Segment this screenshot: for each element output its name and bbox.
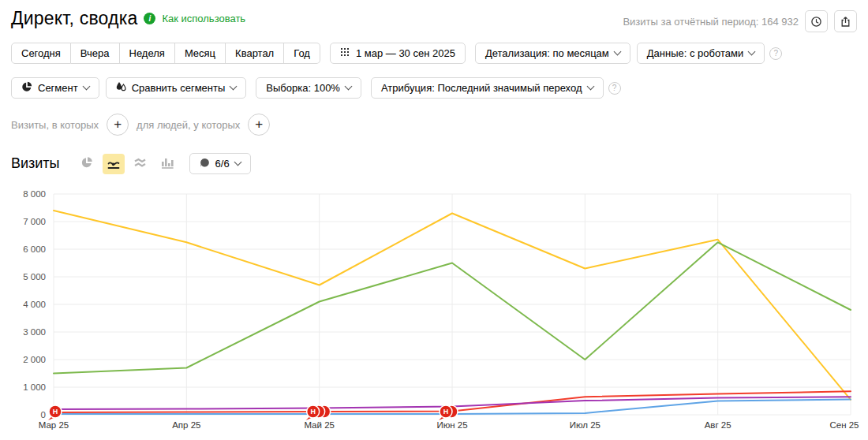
visits-condition-label: Визиты, в которых <box>11 119 99 131</box>
x-axis-label: Май 25 <box>304 420 335 430</box>
y-axis-label: 5 000 <box>23 272 46 282</box>
chevron-down-icon <box>82 83 90 91</box>
chart-type-area-button[interactable] <box>129 154 152 174</box>
line-chart-icon <box>107 156 121 172</box>
annotation-marker-label: Н <box>310 408 316 416</box>
chevron-down-icon <box>234 158 241 166</box>
y-axis-label: 2 000 <box>23 355 46 364</box>
y-axis-label: 4 000 <box>23 300 46 309</box>
annotations-count-label: 6/6 <box>215 158 230 170</box>
chevron-down-icon <box>613 48 621 56</box>
droplets-icon <box>116 81 126 95</box>
visits-period-summary: Визиты за отчётный период: 164 932 <box>623 16 799 28</box>
segment-label: Сегмент <box>38 82 78 94</box>
y-axis-label: 8 000 <box>23 189 46 199</box>
period-year-button[interactable]: Год <box>284 43 320 64</box>
chevron-down-icon <box>748 48 756 56</box>
visits-chart-container: 01 0002 0003 0004 0005 0006 0007 0008 00… <box>0 185 868 440</box>
detalization-dropdown[interactable]: Детализация: по месяцам <box>475 43 630 64</box>
stacked-area-icon <box>133 156 147 171</box>
chart-type-pie-button[interactable] <box>76 154 98 174</box>
add-visit-filter-button[interactable]: + <box>107 114 129 136</box>
sampling-dropdown[interactable]: Выборка: 100% <box>256 77 361 99</box>
add-people-filter-button[interactable]: + <box>248 114 270 136</box>
segment-dropdown[interactable]: Сегмент <box>11 77 99 99</box>
x-axis-label: Авг 25 <box>705 420 731 430</box>
metric-bar: Визиты <box>0 153 868 174</box>
chevron-down-icon <box>344 83 352 91</box>
pie-chart-icon <box>80 156 93 171</box>
y-axis-label: 6 000 <box>23 244 46 254</box>
chevron-down-icon <box>230 83 238 91</box>
data-mode-dropdown[interactable]: Данные: с роботами <box>637 43 765 64</box>
metric-title: Визиты <box>11 155 60 172</box>
x-axis-label: Июн 25 <box>436 420 467 430</box>
column-chart-icon <box>160 156 174 171</box>
period-quarter-button[interactable]: Квартал <box>226 43 284 64</box>
history-button[interactable] <box>805 10 828 32</box>
info-icon: i <box>144 13 155 24</box>
x-axis-label: Июл 25 <box>570 420 600 430</box>
chart-type-columns-button[interactable] <box>156 154 178 174</box>
annotation-marker-label: Н <box>53 408 58 416</box>
people-condition-label: для людей, у которых <box>137 119 240 131</box>
attribution-dropdown[interactable]: Атрибуция: Последний значимый переход <box>371 77 604 99</box>
help-question-icon[interactable]: ? <box>769 47 782 60</box>
annotations-dropdown[interactable]: 6/6 <box>189 153 251 174</box>
visits-line-chart: 01 0002 0003 0004 0005 0006 0007 0008 00… <box>0 185 868 438</box>
y-axis-label: 7 000 <box>23 217 46 226</box>
pie-segment-icon <box>21 81 32 95</box>
segment-bar: Сегмент Сравнить сегменты Выборка: 100% … <box>0 77 868 99</box>
help-question-icon[interactable]: ? <box>608 82 621 95</box>
compare-segments-dropdown[interactable]: Сравнить сегменты <box>106 77 247 99</box>
chevron-down-icon <box>586 83 594 91</box>
data-mode-label: Данные: с роботами <box>647 47 743 59</box>
y-axis-label: 0 <box>41 410 46 419</box>
attribution-label: Атрибуция: Последний значимый переход <box>381 82 582 94</box>
period-week-button[interactable]: Неделя <box>120 43 175 64</box>
x-axis-label: Апр 25 <box>172 420 200 430</box>
share-upload-icon <box>840 16 851 28</box>
period-month-button[interactable]: Месяц <box>175 43 226 64</box>
period-presets: Сегодня Вчера Неделя Месяц Квартал Год <box>11 43 320 64</box>
y-axis-label: 1 000 <box>23 382 46 392</box>
export-button[interactable] <box>834 10 857 32</box>
date-range-label: 1 мар — 30 сен 2025 <box>356 47 455 59</box>
date-range-button[interactable]: 1 мар — 30 сен 2025 <box>330 43 466 64</box>
calendar-grid-icon <box>340 47 350 59</box>
comment-bubble-icon <box>200 158 210 170</box>
x-axis-label: Сен 25 <box>829 420 859 430</box>
toolbar: Сегодня Вчера Неделя Месяц Квартал Год 1… <box>0 43 868 64</box>
period-yesterday-button[interactable]: Вчера <box>71 43 120 64</box>
chart-type-line-button[interactable] <box>103 154 125 174</box>
y-axis-label: 3 000 <box>23 327 46 337</box>
page-title: Директ, сводка <box>11 8 137 29</box>
annotation-marker-label: Н <box>443 408 449 416</box>
period-today-button[interactable]: Сегодня <box>11 43 71 64</box>
clock-icon <box>810 16 822 28</box>
compare-segments-label: Сравнить сегменты <box>132 82 226 94</box>
detalization-label: Детализация: по месяцам <box>485 47 609 59</box>
filter-bar: Визиты, в которых + для людей, у которых… <box>0 114 868 136</box>
x-axis-label: Мар 25 <box>39 420 69 430</box>
sampling-label: Выборка: 100% <box>266 82 340 94</box>
header: Директ, сводка i Как использовать Визиты… <box>0 0 868 32</box>
how-to-use-link[interactable]: Как использовать <box>162 13 245 24</box>
